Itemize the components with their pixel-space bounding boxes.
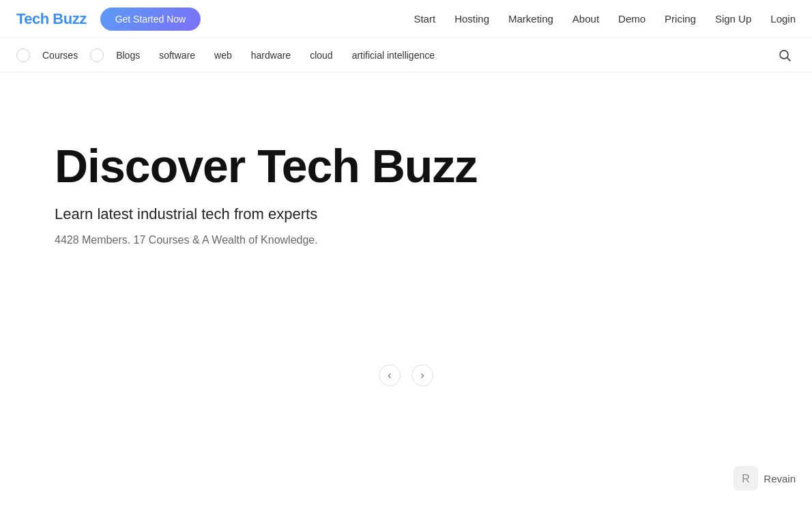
blogs-toggle[interactable] <box>90 48 104 62</box>
nav-link-start[interactable]: Start <box>414 13 435 25</box>
secondary-nav-software[interactable]: software <box>152 47 202 63</box>
hero-title: Discover Tech Buzz <box>55 141 532 192</box>
nav-link-about[interactable]: About <box>572 13 599 25</box>
nav-link-pricing[interactable]: Pricing <box>665 13 696 25</box>
secondary-nav: Courses Blogs software web hardware clou… <box>0 38 812 72</box>
nav-right: Start Hosting Marketing About Demo Prici… <box>414 13 796 25</box>
hero-subtitle: Learn latest industrial tech from expert… <box>55 205 757 223</box>
top-nav: Tech Buzz Get Started Now Start Hosting … <box>0 0 812 38</box>
secondary-nav-web[interactable]: web <box>207 47 239 63</box>
carousel-controls: ‹ › <box>379 364 433 386</box>
nav-left: Tech Buzz Get Started Now <box>16 8 201 31</box>
get-started-button[interactable]: Get Started Now <box>100 8 201 31</box>
svg-text:R: R <box>742 473 751 484</box>
secondary-nav-hardware[interactable]: hardware <box>244 47 298 63</box>
logo[interactable]: Tech Buzz <box>16 10 87 28</box>
nav-link-demo[interactable]: Demo <box>618 13 646 25</box>
nav-link-signup[interactable]: Sign Up <box>715 13 751 25</box>
revain-icon: R <box>734 466 758 491</box>
hero-stats: 4428 Members. 17 Courses & A Wealth of K… <box>55 234 757 246</box>
svg-line-1 <box>787 57 791 61</box>
nav-link-login[interactable]: Login <box>770 13 796 25</box>
secondary-nav-cloud[interactable]: cloud <box>303 47 339 63</box>
carousel-next-button[interactable]: › <box>411 364 433 386</box>
search-icon <box>779 49 791 61</box>
nav-link-hosting[interactable]: Hosting <box>454 13 489 25</box>
revain-badge[interactable]: R Revain <box>734 466 796 491</box>
secondary-nav-courses[interactable]: Courses <box>35 47 85 63</box>
hero-section: Discover Tech Buzz Learn latest industri… <box>0 72 812 441</box>
secondary-nav-blogs[interactable]: Blogs <box>109 47 147 63</box>
nav-link-marketing[interactable]: Marketing <box>508 13 553 25</box>
revain-label: Revain <box>764 473 796 484</box>
search-button[interactable] <box>774 44 796 66</box>
courses-toggle[interactable] <box>16 48 30 62</box>
secondary-nav-ai[interactable]: artificial intelligence <box>345 47 441 63</box>
carousel-prev-button[interactable]: ‹ <box>379 364 401 386</box>
